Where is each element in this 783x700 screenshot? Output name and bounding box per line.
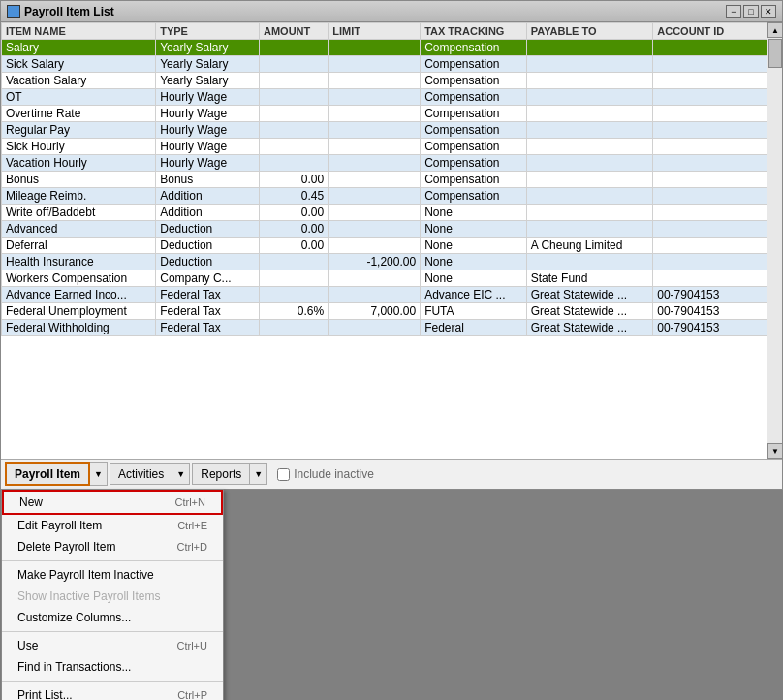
table-row[interactable]: Vacation HourlyHourly WageCompensation (2, 155, 768, 172)
table-cell: Vacation Hourly (2, 155, 156, 172)
table-cell: Compensation (421, 106, 527, 122)
menu-item-label: Print List... (17, 688, 73, 700)
table-row[interactable]: Write off/BaddebtAddition0.00None (2, 205, 768, 221)
table-cell: Hourly Wage (156, 139, 260, 155)
table-cell: None (421, 205, 527, 221)
table-row[interactable]: Advance Earned Inco...Federal TaxAdvance… (2, 287, 768, 303)
menu-item-customize-columns[interactable]: Customize Columns... (2, 607, 223, 628)
table-cell (329, 73, 421, 89)
table-row[interactable]: Mileage Reimb.Addition0.45Compensation (2, 188, 768, 205)
table-cell (526, 139, 653, 155)
table-cell (329, 238, 421, 254)
menu-item-delete-payroll-item[interactable]: Delete Payroll ItemCtrl+D (2, 536, 223, 557)
table-cell (329, 89, 421, 106)
table-cell: Deduction (156, 254, 260, 270)
scroll-down-button[interactable]: ▼ (767, 443, 782, 459)
table-cell (526, 56, 653, 73)
table-cell: Deduction (156, 238, 260, 254)
table-row[interactable]: Federal WithholdingFederal TaxFederalGre… (2, 320, 768, 336)
menu-item-label: Find in Transactions... (17, 660, 131, 674)
table-cell (653, 172, 768, 188)
payroll-item-btn-group: Payroll Item ▼ (5, 462, 108, 486)
table-cell: None (421, 238, 527, 254)
table-row[interactable]: BonusBonus0.00Compensation (2, 172, 768, 188)
table-cell (260, 56, 329, 73)
table-row[interactable]: SalaryYearly SalaryCompensation (2, 40, 768, 56)
table-cell (653, 106, 768, 122)
table-cell: State Fund (526, 270, 653, 287)
menu-item-show-inactive-payroll-items: Show Inactive Payroll Items (2, 586, 223, 607)
menu-item-new[interactable]: NewCtrl+N (2, 490, 223, 515)
table-cell: Regular Pay (2, 122, 156, 139)
table-row[interactable]: OTHourly WageCompensation (2, 89, 768, 106)
payroll-item-dropdown-arrow[interactable]: ▼ (90, 462, 108, 486)
table-row[interactable]: Vacation SalaryYearly SalaryCompensation (2, 73, 768, 89)
table-cell: Compensation (421, 56, 527, 73)
table-cell (260, 270, 329, 287)
table-row[interactable]: Sick HourlyHourly WageCompensation (2, 139, 768, 155)
menu-item-find-in-transactions[interactable]: Find in Transactions... (2, 656, 223, 678)
scroll-up-button[interactable]: ▲ (767, 22, 782, 38)
table-row[interactable]: DeferralDeduction0.00NoneA Cheung Limite… (2, 238, 768, 254)
bottom-toolbar: Payroll Item ▼ Activities ▼ Reports ▼ In… (1, 459, 782, 489)
table-cell (653, 221, 768, 238)
menu-separator (2, 560, 223, 561)
table-row[interactable]: Health InsuranceDeduction-1,200.00None (2, 254, 768, 270)
table-cell: Hourly Wage (156, 89, 260, 106)
title-bar-left: Payroll Item List (7, 5, 114, 18)
table-cell: Deduction (156, 221, 260, 238)
table-row[interactable]: Overtime RateHourly WageCompensation (2, 106, 768, 122)
table-cell (653, 89, 768, 106)
table-cell: Advance Earned Inco... (2, 287, 156, 303)
table-cell (260, 106, 329, 122)
table-cell (526, 254, 653, 270)
maximize-button[interactable]: □ (743, 5, 759, 18)
menu-item-shortcut: Ctrl+D (177, 541, 207, 553)
table-cell: Advanced (2, 221, 156, 238)
table-cell: FUTA (421, 303, 527, 320)
payroll-item-button[interactable]: Payroll Item (5, 462, 90, 486)
table-cell: Overtime Rate (2, 106, 156, 122)
table-cell (260, 122, 329, 139)
table-cell: Health Insurance (2, 254, 156, 270)
table-cell: Federal (421, 320, 527, 336)
table-cell: None (421, 221, 527, 238)
menu-item-use[interactable]: UseCtrl+U (2, 635, 223, 656)
table-cell: 0.00 (260, 238, 329, 254)
table-cell: Yearly Salary (156, 56, 260, 73)
table-cell (329, 40, 421, 56)
table-cell (260, 139, 329, 155)
table-row[interactable]: Federal UnemploymentFederal Tax0.6%7,000… (2, 303, 768, 320)
activities-dropdown-arrow[interactable]: ▼ (172, 463, 190, 485)
table-row[interactable]: AdvancedDeduction0.00None (2, 221, 768, 238)
table-cell: None (421, 254, 527, 270)
table-row[interactable]: Regular PayHourly WageCompensation (2, 122, 768, 139)
table-cell: Compensation (421, 155, 527, 172)
table-cell (260, 40, 329, 56)
col-type: TYPE (156, 23, 260, 40)
table-cell (653, 238, 768, 254)
menu-item-print-list[interactable]: Print List...Ctrl+P (2, 684, 223, 700)
reports-dropdown-arrow[interactable]: ▼ (250, 463, 267, 485)
scroll-thumb[interactable] (768, 39, 782, 68)
table-row[interactable]: Workers CompensationCompany C...NoneStat… (2, 270, 768, 287)
table-cell: Federal Tax (156, 303, 260, 320)
close-button[interactable]: ✕ (761, 5, 776, 18)
include-inactive-checkbox[interactable] (277, 468, 290, 481)
table-cell (260, 287, 329, 303)
table-cell (653, 139, 768, 155)
reports-button[interactable]: Reports (192, 463, 250, 485)
table-cell: Compensation (421, 188, 527, 205)
activities-button[interactable]: Activities (110, 463, 172, 485)
menu-item-edit-payroll-item[interactable]: Edit Payroll ItemCtrl+E (2, 515, 223, 536)
minimize-button[interactable]: − (726, 5, 741, 18)
table-cell: Compensation (421, 73, 527, 89)
col-amount: AMOUNT (260, 23, 329, 40)
scrollbar[interactable]: ▲ ▼ (767, 22, 782, 459)
table-row[interactable]: Sick SalaryYearly SalaryCompensation (2, 56, 768, 73)
table-cell (653, 205, 768, 221)
title-bar: Payroll Item List − □ ✕ (1, 1, 782, 22)
menu-item-make-payroll-item-inactive[interactable]: Make Payroll Item Inactive (2, 564, 223, 586)
table-cell: Hourly Wage (156, 106, 260, 122)
table-cell (329, 188, 421, 205)
